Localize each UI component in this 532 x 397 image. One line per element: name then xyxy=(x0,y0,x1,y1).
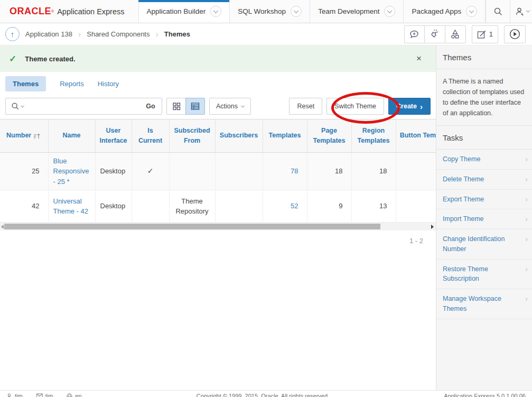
templates-count-link[interactable]: 52 xyxy=(291,202,298,210)
task-restore-theme-subscription[interactable]: Restore Theme Subscription › xyxy=(436,260,532,290)
theme-name-link[interactable]: Universal Theme - 42 xyxy=(53,197,88,216)
tab-application-builder[interactable]: Application Builder xyxy=(138,0,230,23)
task-manage-workspace-themes[interactable]: Manage Workspace Themes › xyxy=(436,289,532,319)
footer-user[interactable]: tim xyxy=(6,393,23,397)
task-copy-theme[interactable]: Copy Theme › xyxy=(436,150,532,170)
column-header-subscribed-from[interactable]: Subscribed From xyxy=(169,119,215,152)
cell-subscribed-from: Theme Repository xyxy=(169,190,215,223)
task-export-theme[interactable]: Export Theme › xyxy=(436,190,532,210)
page-action-buttons: 1 xyxy=(404,25,526,43)
report-toolbar: Go Actions Reset Switch Theme Create › xyxy=(0,95,436,119)
column-header-templates[interactable]: Templates xyxy=(263,119,307,152)
cell-templates: 52 xyxy=(263,190,307,223)
tab-label: Application Builder xyxy=(147,7,206,15)
footer-version: Application Express 5.0.1.00.06 xyxy=(444,393,526,397)
top-navigation-bar: ORACLE® Application Express Application … xyxy=(0,0,532,23)
column-header-name[interactable]: Name xyxy=(48,119,95,152)
tab-label: SQL Workshop xyxy=(238,7,286,15)
column-header-user-interface[interactable]: User Interface xyxy=(95,119,132,152)
cell-number: 25 xyxy=(0,152,48,190)
chevron-down-icon[interactable] xyxy=(291,6,302,17)
search-icon[interactable] xyxy=(486,0,510,23)
up-arrow-icon[interactable]: ↑ xyxy=(5,27,20,41)
chevron-down-icon[interactable] xyxy=(210,6,221,17)
column-header-is-current[interactable]: Is Current xyxy=(132,119,169,152)
chevron-down-icon[interactable] xyxy=(466,6,477,17)
tab-themes[interactable]: Themes xyxy=(5,76,46,91)
breadcrumb-separator: › xyxy=(155,30,158,39)
task-delete-theme[interactable]: Delete Theme › xyxy=(436,170,532,190)
cell-subscribed-from xyxy=(169,152,215,190)
edit-page-button[interactable]: 1 xyxy=(472,25,498,43)
chevron-right-icon: › xyxy=(525,214,528,225)
administration-icon[interactable] xyxy=(510,0,532,23)
cell-subscribers xyxy=(215,190,263,223)
sort-ascending-icon xyxy=(33,132,41,140)
column-header-subscribers[interactable]: Subscribers xyxy=(215,119,263,152)
feedback-button[interactable] xyxy=(404,25,425,43)
actions-menu-button[interactable]: Actions xyxy=(209,98,251,115)
column-header-button-templates[interactable]: Button Templates xyxy=(396,119,436,152)
search-column-selector[interactable] xyxy=(5,98,30,115)
envelope-icon xyxy=(36,393,43,397)
pagination-range: 1 - 2 xyxy=(0,230,436,251)
create-button[interactable]: Create › xyxy=(388,98,431,115)
task-change-identification-number[interactable]: Change Identification Number › xyxy=(436,229,532,260)
go-button[interactable]: Go xyxy=(139,98,162,115)
breadcrumb-application[interactable]: Application 138 xyxy=(25,30,72,38)
close-icon[interactable]: × xyxy=(411,53,427,64)
cell-name: Universal Theme - 42 xyxy=(48,190,95,223)
cell-is-current: ✓ xyxy=(132,152,169,190)
cell-button-templates: 3 xyxy=(396,190,436,223)
cell-user-interface: Desktop xyxy=(95,152,132,190)
success-banner: ✓ Theme created. × xyxy=(0,45,436,72)
cell-button-templates: 7 xyxy=(396,152,436,190)
cell-page-templates: 9 xyxy=(307,190,351,223)
tab-reports[interactable]: Reports xyxy=(60,80,84,88)
tab-sql-workshop[interactable]: SQL Workshop xyxy=(229,0,310,23)
scroll-left-arrow-icon[interactable] xyxy=(1,225,4,229)
check-icon: ✓ xyxy=(147,167,154,175)
scrollbar-thumb[interactable] xyxy=(4,224,380,229)
utility-icons: ? xyxy=(486,0,532,23)
page-tabs: Themes Reports History xyxy=(0,72,436,95)
utility-button-group xyxy=(404,25,466,43)
breadcrumb-bar: ↑ Application 138 › Shared Components › … xyxy=(0,23,532,45)
tab-packaged-apps[interactable]: Packaged Apps xyxy=(403,0,486,23)
search-input[interactable] xyxy=(29,98,140,115)
horizontal-scrollbar[interactable] xyxy=(0,223,436,230)
theme-name-link[interactable]: Blue Responsive - 25 * xyxy=(53,157,89,186)
run-application-button[interactable] xyxy=(504,25,526,43)
templates-count-link[interactable]: 78 xyxy=(291,167,298,175)
tab-label: Team Development xyxy=(318,7,379,15)
cell-user-interface: Desktop xyxy=(95,190,132,223)
cell-number: 42 xyxy=(0,190,48,223)
report-view-icon[interactable] xyxy=(185,98,205,115)
shared-components-shapes-button[interactable] xyxy=(445,25,466,43)
theme-roller-flashlight-button[interactable] xyxy=(425,25,445,43)
tab-team-development[interactable]: Team Development xyxy=(310,0,403,23)
grid-view-icon[interactable] xyxy=(166,98,186,115)
footer-language[interactable]: en xyxy=(67,393,81,397)
column-header-number[interactable]: Number xyxy=(0,119,48,152)
footer-copyright: Copyright © 1999, 2015, Oracle. All righ… xyxy=(82,393,444,397)
switch-theme-button[interactable]: Switch Theme xyxy=(326,98,384,115)
product-name: Application Express xyxy=(57,7,124,16)
success-message: Theme created. xyxy=(25,55,75,63)
table-row: 42 Universal Theme - 42 Desktop Theme Re… xyxy=(0,190,436,223)
reset-button[interactable]: Reset xyxy=(289,98,322,115)
tab-history[interactable]: History xyxy=(98,80,119,88)
chevron-down-icon[interactable] xyxy=(384,6,395,17)
oracle-apex-logo: ORACLE® Application Express xyxy=(0,0,132,23)
footer-workspace[interactable]: tim xyxy=(36,393,53,397)
cell-name: Blue Responsive - 25 * xyxy=(48,152,95,190)
breadcrumb-shared-components[interactable]: Shared Components xyxy=(87,30,150,38)
success-check-icon: ✓ xyxy=(9,53,16,64)
column-header-region-templates[interactable]: Region Templates xyxy=(351,119,396,152)
task-import-theme[interactable]: Import Theme › xyxy=(436,209,532,229)
scroll-right-arrow-icon[interactable] xyxy=(431,225,434,229)
right-sidebar: Themes A Theme is a named collection of … xyxy=(436,45,532,390)
column-header-page-templates[interactable]: Page Templates xyxy=(307,119,351,152)
cell-is-current xyxy=(132,190,169,223)
main-content: ✓ Theme created. × Themes Reports Histor… xyxy=(0,45,436,390)
